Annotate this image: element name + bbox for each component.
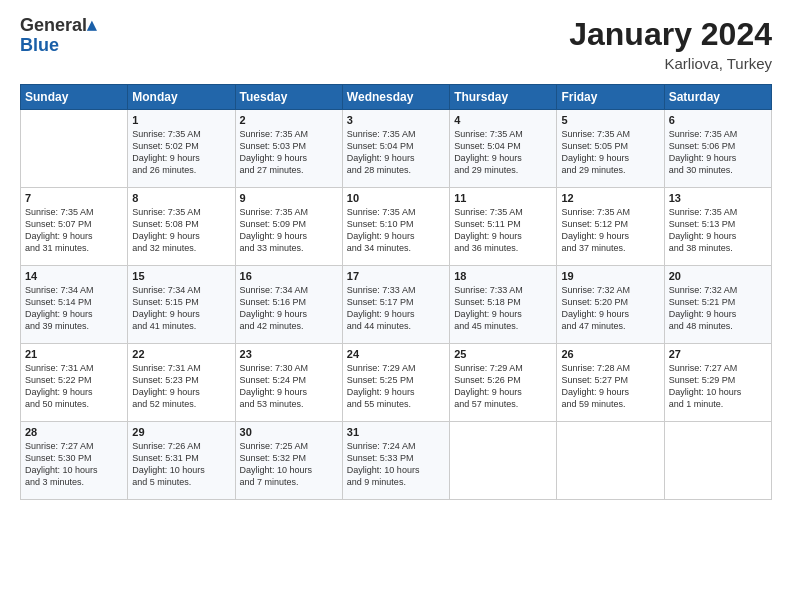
day-number: 29 <box>132 426 230 438</box>
weekday-header: Tuesday <box>235 85 342 110</box>
day-number: 21 <box>25 348 123 360</box>
calendar-cell: 30Sunrise: 7:25 AM Sunset: 5:32 PM Dayli… <box>235 422 342 500</box>
day-number: 3 <box>347 114 445 126</box>
calendar-cell: 5Sunrise: 7:35 AM Sunset: 5:05 PM Daylig… <box>557 110 664 188</box>
calendar-cell: 22Sunrise: 7:31 AM Sunset: 5:23 PM Dayli… <box>128 344 235 422</box>
day-number: 15 <box>132 270 230 282</box>
day-number: 12 <box>561 192 659 204</box>
calendar-cell: 25Sunrise: 7:29 AM Sunset: 5:26 PM Dayli… <box>450 344 557 422</box>
day-info: Sunrise: 7:35 AM Sunset: 5:13 PM Dayligh… <box>669 206 767 255</box>
day-info: Sunrise: 7:35 AM Sunset: 5:06 PM Dayligh… <box>669 128 767 177</box>
calendar-cell: 31Sunrise: 7:24 AM Sunset: 5:33 PM Dayli… <box>342 422 449 500</box>
day-number: 8 <box>132 192 230 204</box>
day-number: 28 <box>25 426 123 438</box>
calendar-table: SundayMondayTuesdayWednesdayThursdayFrid… <box>20 84 772 500</box>
calendar-cell: 27Sunrise: 7:27 AM Sunset: 5:29 PM Dayli… <box>664 344 771 422</box>
day-info: Sunrise: 7:35 AM Sunset: 5:02 PM Dayligh… <box>132 128 230 177</box>
calendar-cell: 26Sunrise: 7:28 AM Sunset: 5:27 PM Dayli… <box>557 344 664 422</box>
day-info: Sunrise: 7:31 AM Sunset: 5:23 PM Dayligh… <box>132 362 230 411</box>
day-info: Sunrise: 7:32 AM Sunset: 5:21 PM Dayligh… <box>669 284 767 333</box>
calendar-cell: 9Sunrise: 7:35 AM Sunset: 5:09 PM Daylig… <box>235 188 342 266</box>
day-number: 4 <box>454 114 552 126</box>
calendar-cell: 17Sunrise: 7:33 AM Sunset: 5:17 PM Dayli… <box>342 266 449 344</box>
day-info: Sunrise: 7:35 AM Sunset: 5:07 PM Dayligh… <box>25 206 123 255</box>
day-number: 1 <box>132 114 230 126</box>
day-number: 26 <box>561 348 659 360</box>
month-title: January 2024 <box>569 16 772 53</box>
day-number: 13 <box>669 192 767 204</box>
day-info: Sunrise: 7:27 AM Sunset: 5:29 PM Dayligh… <box>669 362 767 411</box>
day-info: Sunrise: 7:25 AM Sunset: 5:32 PM Dayligh… <box>240 440 338 489</box>
weekday-header: Sunday <box>21 85 128 110</box>
day-number: 2 <box>240 114 338 126</box>
calendar-cell <box>664 422 771 500</box>
day-number: 19 <box>561 270 659 282</box>
day-info: Sunrise: 7:27 AM Sunset: 5:30 PM Dayligh… <box>25 440 123 489</box>
day-info: Sunrise: 7:35 AM Sunset: 5:04 PM Dayligh… <box>454 128 552 177</box>
day-number: 9 <box>240 192 338 204</box>
calendar-cell: 14Sunrise: 7:34 AM Sunset: 5:14 PM Dayli… <box>21 266 128 344</box>
calendar-cell: 1Sunrise: 7:35 AM Sunset: 5:02 PM Daylig… <box>128 110 235 188</box>
day-info: Sunrise: 7:26 AM Sunset: 5:31 PM Dayligh… <box>132 440 230 489</box>
day-info: Sunrise: 7:31 AM Sunset: 5:22 PM Dayligh… <box>25 362 123 411</box>
header: General▴ Blue January 2024 Karliova, Tur… <box>20 16 772 72</box>
day-number: 17 <box>347 270 445 282</box>
day-info: Sunrise: 7:29 AM Sunset: 5:25 PM Dayligh… <box>347 362 445 411</box>
calendar-cell: 21Sunrise: 7:31 AM Sunset: 5:22 PM Dayli… <box>21 344 128 422</box>
weekday-header: Saturday <box>664 85 771 110</box>
day-info: Sunrise: 7:35 AM Sunset: 5:04 PM Dayligh… <box>347 128 445 177</box>
day-number: 10 <box>347 192 445 204</box>
day-number: 31 <box>347 426 445 438</box>
day-number: 24 <box>347 348 445 360</box>
calendar-cell: 10Sunrise: 7:35 AM Sunset: 5:10 PM Dayli… <box>342 188 449 266</box>
day-info: Sunrise: 7:35 AM Sunset: 5:09 PM Dayligh… <box>240 206 338 255</box>
calendar-cell <box>450 422 557 500</box>
day-number: 27 <box>669 348 767 360</box>
day-number: 23 <box>240 348 338 360</box>
day-info: Sunrise: 7:29 AM Sunset: 5:26 PM Dayligh… <box>454 362 552 411</box>
day-number: 25 <box>454 348 552 360</box>
day-number: 14 <box>25 270 123 282</box>
weekday-header: Friday <box>557 85 664 110</box>
page: General▴ Blue January 2024 Karliova, Tur… <box>0 0 792 510</box>
calendar-cell <box>557 422 664 500</box>
day-info: Sunrise: 7:33 AM Sunset: 5:18 PM Dayligh… <box>454 284 552 333</box>
day-number: 7 <box>25 192 123 204</box>
weekday-header: Wednesday <box>342 85 449 110</box>
calendar-cell: 15Sunrise: 7:34 AM Sunset: 5:15 PM Dayli… <box>128 266 235 344</box>
day-info: Sunrise: 7:35 AM Sunset: 5:03 PM Dayligh… <box>240 128 338 177</box>
logo-blue: Blue <box>20 35 59 55</box>
calendar-cell <box>21 110 128 188</box>
day-info: Sunrise: 7:35 AM Sunset: 5:12 PM Dayligh… <box>561 206 659 255</box>
weekday-header: Thursday <box>450 85 557 110</box>
day-info: Sunrise: 7:35 AM Sunset: 5:05 PM Dayligh… <box>561 128 659 177</box>
day-info: Sunrise: 7:34 AM Sunset: 5:15 PM Dayligh… <box>132 284 230 333</box>
day-number: 20 <box>669 270 767 282</box>
day-info: Sunrise: 7:28 AM Sunset: 5:27 PM Dayligh… <box>561 362 659 411</box>
day-info: Sunrise: 7:30 AM Sunset: 5:24 PM Dayligh… <box>240 362 338 411</box>
day-number: 18 <box>454 270 552 282</box>
day-number: 5 <box>561 114 659 126</box>
calendar-cell: 29Sunrise: 7:26 AM Sunset: 5:31 PM Dayli… <box>128 422 235 500</box>
day-info: Sunrise: 7:32 AM Sunset: 5:20 PM Dayligh… <box>561 284 659 333</box>
location: Karliova, Turkey <box>569 55 772 72</box>
calendar-cell: 18Sunrise: 7:33 AM Sunset: 5:18 PM Dayli… <box>450 266 557 344</box>
calendar-cell: 8Sunrise: 7:35 AM Sunset: 5:08 PM Daylig… <box>128 188 235 266</box>
day-number: 22 <box>132 348 230 360</box>
logo-general: General <box>20 15 87 35</box>
title-block: January 2024 Karliova, Turkey <box>569 16 772 72</box>
calendar-cell: 3Sunrise: 7:35 AM Sunset: 5:04 PM Daylig… <box>342 110 449 188</box>
day-info: Sunrise: 7:33 AM Sunset: 5:17 PM Dayligh… <box>347 284 445 333</box>
day-number: 6 <box>669 114 767 126</box>
calendar-cell: 4Sunrise: 7:35 AM Sunset: 5:04 PM Daylig… <box>450 110 557 188</box>
day-info: Sunrise: 7:35 AM Sunset: 5:08 PM Dayligh… <box>132 206 230 255</box>
calendar-cell: 20Sunrise: 7:32 AM Sunset: 5:21 PM Dayli… <box>664 266 771 344</box>
day-info: Sunrise: 7:34 AM Sunset: 5:16 PM Dayligh… <box>240 284 338 333</box>
day-info: Sunrise: 7:35 AM Sunset: 5:11 PM Dayligh… <box>454 206 552 255</box>
weekday-header: Monday <box>128 85 235 110</box>
calendar-cell: 13Sunrise: 7:35 AM Sunset: 5:13 PM Dayli… <box>664 188 771 266</box>
calendar-cell: 16Sunrise: 7:34 AM Sunset: 5:16 PM Dayli… <box>235 266 342 344</box>
calendar-cell: 23Sunrise: 7:30 AM Sunset: 5:24 PM Dayli… <box>235 344 342 422</box>
calendar-cell: 12Sunrise: 7:35 AM Sunset: 5:12 PM Dayli… <box>557 188 664 266</box>
calendar-cell: 7Sunrise: 7:35 AM Sunset: 5:07 PM Daylig… <box>21 188 128 266</box>
